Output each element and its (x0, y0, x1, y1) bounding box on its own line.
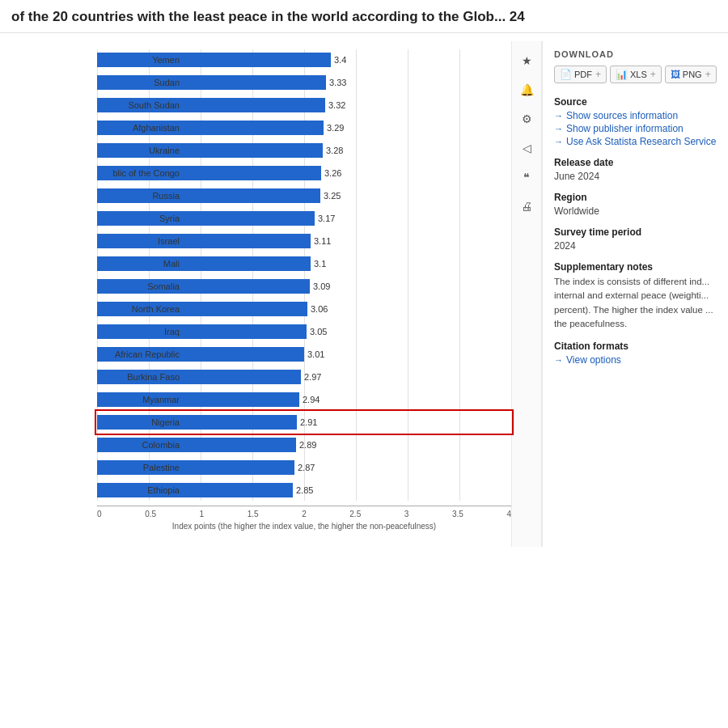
xls-download-button[interactable]: 📊 XLS + (610, 66, 662, 83)
bar-value: 3.29 (327, 123, 344, 133)
bar-label: Nigeria (97, 412, 184, 433)
survey-period-value: 2024 (554, 240, 717, 252)
pdf-download-button[interactable]: 📄 PDF + (554, 66, 607, 83)
bar-row: Afghanistan 3.29 (97, 117, 511, 138)
bar-label: Colombia (97, 434, 184, 455)
x-axis-labels: 00.511.522.533.54 (97, 510, 511, 518)
quote-icon[interactable]: ❝ (515, 166, 538, 188)
bar-value: 2.89 (299, 440, 316, 450)
bar-row: Myanmar 2.94 (97, 389, 511, 410)
region-label: Region (554, 192, 717, 203)
bar-value: 3.05 (310, 327, 327, 336)
source-label: Source (554, 96, 717, 108)
bar-row: African Republic 3.01 (97, 344, 511, 365)
pdf-icon: 📄 (560, 69, 572, 80)
bar-label: Russia (97, 185, 184, 206)
download-buttons: 📄 PDF + 📊 XLS + 🖼 PNG + (554, 66, 717, 83)
bar-value: 3.01 (307, 349, 324, 359)
bar-row: Iraq 3.05 (97, 321, 511, 342)
survey-period-label: Survey time period (554, 226, 717, 238)
bar-row: Israel 3.11 (97, 231, 511, 252)
x-axis-tick: 3.5 (452, 510, 463, 518)
bars-wrapper: Yemen 3.4 Sudan 3.33 South Sudan 3.32 Af… (97, 49, 511, 501)
bar-value: 3.09 (313, 281, 330, 291)
citation-section: Citation formats View options (554, 341, 717, 366)
bar-label: Palestine (97, 457, 184, 478)
chart-container: Yemen 3.4 Sudan 3.33 South Sudan 3.32 Af… (8, 49, 511, 531)
bell-icon[interactable]: 🔔 (515, 78, 538, 101)
star-icon[interactable]: ★ (515, 49, 538, 72)
x-axis-tick: 4 (506, 510, 511, 518)
citation-view-options-link[interactable]: View options (554, 354, 717, 366)
x-axis: 00.511.522.533.54 Index points (the high… (97, 506, 511, 531)
png-icon: 🖼 (671, 69, 680, 80)
png-label: PNG (683, 70, 702, 79)
pdf-label: PDF (574, 70, 592, 79)
title-text: of the 20 countries with the least peace… (11, 9, 525, 24)
show-publisher-link[interactable]: Show publisher information (554, 123, 717, 134)
xls-label: XLS (630, 70, 647, 79)
citation-label: Citation formats (554, 341, 717, 352)
survey-period-section: Survey time period 2024 (554, 226, 717, 252)
bar-value: 2.85 (296, 485, 313, 495)
bar-label: Syria (97, 208, 184, 229)
bar-row: Somalia 3.09 (97, 276, 511, 297)
x-axis-tick: 2.5 (349, 510, 361, 518)
bar-value: 3.1 (314, 259, 326, 269)
page-wrapper: of the 20 countries with the least peace… (0, 0, 728, 728)
bar-row: Palestine 2.87 (97, 457, 511, 478)
bar-label: North Korea (97, 298, 184, 320)
bar-value: 3.26 (324, 168, 341, 178)
bar-row: blic of the Congo 3.26 (97, 163, 511, 184)
bar-value: 3.28 (326, 146, 343, 155)
bar-value: 2.87 (298, 463, 315, 472)
bar-label: Ukraine (97, 140, 184, 161)
bar-value: 2.91 (300, 417, 317, 427)
bar-value: 3.11 (314, 236, 331, 246)
x-axis-tick: 0 (97, 510, 102, 518)
bar-label: Sudan (97, 72, 184, 93)
release-date-value: June 2024 (554, 171, 717, 182)
x-axis-tick: 1.5 (248, 510, 259, 518)
bar-label: Ethiopia (97, 480, 184, 501)
bar-label: Iraq (97, 321, 184, 342)
bar-value: 2.97 (304, 372, 321, 382)
bar-value: 3.32 (328, 100, 345, 110)
main-content: Yemen 3.4 Sudan 3.33 South Sudan 3.32 Af… (0, 33, 728, 547)
png-download-button[interactable]: 🖼 PNG + (665, 66, 717, 83)
bar-row: South Sudan 3.32 (97, 95, 511, 116)
bar-label: Mali (97, 253, 184, 274)
bar-value: 3.06 (311, 304, 328, 314)
bar-row: Mali 3.1 (97, 253, 511, 274)
bar-label: blic of the Congo (97, 163, 184, 184)
bar-row: Russia 3.25 (97, 185, 511, 206)
bar-label: Burkina Faso (97, 366, 184, 387)
bar-value: 3.25 (324, 191, 341, 201)
ask-statista-link[interactable]: Use Ask Statista Research Service (554, 136, 717, 147)
png-plus: + (705, 69, 711, 80)
share-icon[interactable]: ◁ (515, 137, 538, 159)
bar-row: Ukraine 3.28 (97, 140, 511, 161)
x-axis-line (97, 506, 511, 506)
bar-row: Sudan 3.33 (97, 72, 511, 93)
right-panel: DOWNLOAD 📄 PDF + 📊 XLS + 🖼 PNG + (542, 41, 728, 547)
bar-label: Afghanistan (97, 117, 184, 138)
xls-plus: + (650, 69, 656, 80)
show-sources-link[interactable]: Show sources information (554, 110, 717, 121)
bar-value: 3.33 (329, 78, 346, 87)
bar-label: Yemen (97, 49, 184, 70)
bar-row: Ethiopia 2.85 (97, 480, 511, 501)
print-icon[interactable]: 🖨 (515, 195, 538, 218)
x-axis-caption: Index points (the higher the index value… (97, 522, 511, 531)
x-axis-tick: 1 (200, 510, 205, 518)
release-date-section: Release date June 2024 (554, 157, 717, 182)
download-label: DOWNLOAD (554, 49, 717, 59)
pdf-plus: + (595, 69, 601, 80)
gear-icon[interactable]: ⚙ (515, 108, 538, 130)
xls-icon: 📊 (616, 69, 628, 80)
x-axis-tick: 2 (302, 510, 307, 518)
page-title: of the 20 countries with the least peace… (0, 0, 728, 33)
toolbar: ★🔔⚙◁❝🖨 (511, 41, 542, 547)
region-section: Region Worldwide (554, 192, 717, 217)
bar-label: South Sudan (97, 95, 184, 116)
